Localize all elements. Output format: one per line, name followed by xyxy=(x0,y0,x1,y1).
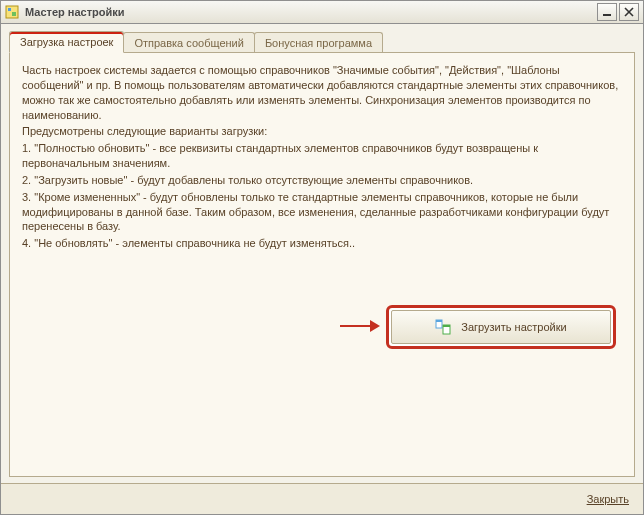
tab-content: Часть настроек системы задается с помощь… xyxy=(9,52,635,477)
svg-rect-9 xyxy=(436,320,442,322)
highlight-frame: Загрузить настройки xyxy=(386,305,616,349)
description-paragraph: Часть настроек системы задается с помощь… xyxy=(22,63,622,122)
svg-rect-2 xyxy=(12,12,16,16)
arrow-right-icon xyxy=(340,316,380,338)
minimize-button[interactable] xyxy=(597,3,617,21)
window-title: Мастер настройки xyxy=(25,6,591,18)
option-text: 4. "Не обновлять" - элементы справочника… xyxy=(22,236,622,251)
close-button[interactable]: Закрыть xyxy=(579,489,637,509)
option-text: 2. "Загрузить новые" - будут добавлены т… xyxy=(22,173,622,188)
titlebar: Мастер настройки xyxy=(1,1,643,24)
close-window-button[interactable] xyxy=(619,3,639,21)
description-paragraph: Предусмотрены следующие варианты загрузк… xyxy=(22,124,622,139)
load-icon xyxy=(435,319,451,335)
svg-rect-3 xyxy=(603,14,611,16)
svg-marker-7 xyxy=(370,320,380,332)
window-controls xyxy=(597,3,639,21)
tab-bonus-program[interactable]: Бонусная программа xyxy=(254,32,383,53)
load-button-callout: Загрузить настройки xyxy=(340,305,616,349)
tab-send-messages[interactable]: Отправка сообщений xyxy=(123,32,254,53)
option-text: 3. "Кроме измененных" - будут обновлены … xyxy=(22,190,622,235)
svg-rect-11 xyxy=(443,325,450,327)
svg-rect-1 xyxy=(8,8,11,11)
wizard-window: Мастер настройки Загрузка настроек Отпра… xyxy=(0,0,644,515)
footer-bar: Закрыть xyxy=(1,483,643,514)
tab-strip: Загрузка настроек Отправка сообщений Бон… xyxy=(9,30,635,52)
load-settings-button-label: Загрузить настройки xyxy=(461,321,566,333)
load-settings-button[interactable]: Загрузить настройки xyxy=(391,310,611,344)
option-text: 1. "Полностью обновить" - все реквизиты … xyxy=(22,141,622,171)
tab-load-settings[interactable]: Загрузка настроек xyxy=(9,31,124,53)
wizard-icon xyxy=(5,5,19,19)
